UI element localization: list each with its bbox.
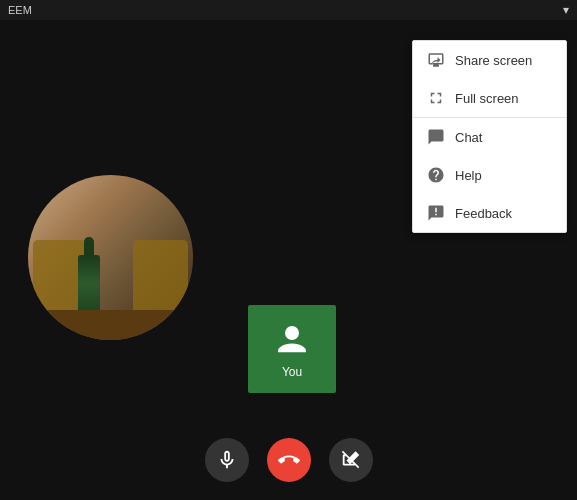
title-bar: EEM ▾: [0, 0, 577, 20]
menu-item-full-screen[interactable]: Full screen: [413, 79, 566, 117]
dropdown-menu: Share screen Full screen Chat Help: [412, 40, 567, 233]
video-off-button[interactable]: [329, 438, 373, 482]
menu-item-feedback[interactable]: Feedback: [413, 194, 566, 232]
chat-icon: [427, 128, 445, 146]
remote-user-label: You: [282, 365, 302, 379]
fullscreen-icon: [427, 89, 445, 107]
feedback-icon: [427, 204, 445, 222]
bottom-controls: [0, 438, 577, 482]
chat-label: Chat: [455, 130, 482, 145]
help-icon: [427, 166, 445, 184]
hangup-icon: [278, 449, 300, 471]
mic-button[interactable]: [205, 438, 249, 482]
feedback-label: Feedback: [455, 206, 512, 221]
remote-user-tile: You: [248, 305, 336, 393]
full-screen-label: Full screen: [455, 91, 519, 106]
signal-icon: ▾: [563, 3, 569, 17]
menu-item-help[interactable]: Help: [413, 156, 566, 194]
mic-icon: [216, 449, 238, 471]
svg-point-0: [285, 326, 299, 340]
menu-item-share-screen[interactable]: Share screen: [413, 41, 566, 79]
table-surface: [28, 310, 193, 340]
share-screen-label: Share screen: [455, 53, 532, 68]
local-video: [28, 175, 193, 340]
share-screen-icon: [427, 51, 445, 69]
help-label: Help: [455, 168, 482, 183]
video-off-icon: [340, 449, 362, 471]
hangup-button[interactable]: [267, 438, 311, 482]
menu-item-chat[interactable]: Chat: [413, 118, 566, 156]
app-title: EEM: [8, 4, 32, 16]
person-icon: [271, 319, 313, 361]
